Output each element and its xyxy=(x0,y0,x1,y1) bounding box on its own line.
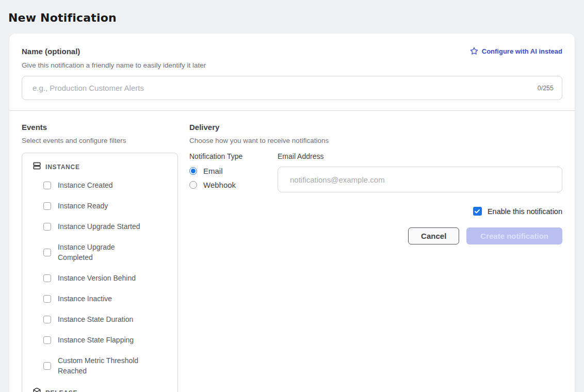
event-group-label: RELEASE xyxy=(45,389,77,392)
event-item-custom-metric-threshold[interactable]: Custom Metric Threshold Reached xyxy=(43,355,168,376)
event-label: Instance Ready xyxy=(58,201,108,211)
event-item-instance-upgrade-completed[interactable]: Instance Upgrade Completed xyxy=(43,242,168,263)
page-header: New Notification xyxy=(0,0,584,34)
checkbox-icon xyxy=(43,274,51,282)
event-item-instance-created[interactable]: Instance Created xyxy=(43,180,168,190)
page-title: New Notification xyxy=(8,11,576,24)
star-icon xyxy=(470,47,478,55)
name-section-subtitle: Give this notification a friendly name t… xyxy=(22,61,562,69)
delivery-heading: Delivery xyxy=(189,121,562,132)
email-field-group: Email Address xyxy=(278,152,562,194)
event-item-instance-state-duration[interactable]: Instance State Duration xyxy=(43,314,168,324)
event-label: Instance Inactive xyxy=(58,293,112,304)
create-notification-button[interactable]: Create notification xyxy=(466,227,562,244)
event-item-instance-version-behind[interactable]: Instance Version Behind xyxy=(43,273,168,283)
checkbox-icon xyxy=(43,316,51,323)
checkbox-icon xyxy=(43,336,51,344)
event-label: Instance State Duration xyxy=(58,314,133,324)
event-item-instance-inactive[interactable]: Instance Inactive xyxy=(43,293,168,304)
name-input-wrapper: 0/255 xyxy=(22,76,562,100)
name-input[interactable] xyxy=(33,84,532,92)
event-label: Instance Upgrade Completed xyxy=(58,242,147,263)
event-item-instance-upgrade-started[interactable]: Instance Upgrade Started xyxy=(43,221,168,232)
cancel-button[interactable]: Cancel xyxy=(408,227,459,244)
checkbox-icon xyxy=(43,362,51,370)
event-label: Custom Metric Threshold Reached xyxy=(58,355,147,376)
package-icon xyxy=(33,387,41,392)
checkbox-icon xyxy=(43,295,51,303)
checkbox-icon xyxy=(43,202,51,210)
event-group-instance: INSTANCE xyxy=(33,161,168,172)
enable-notification-label: Enable this notification xyxy=(488,207,562,216)
event-group-release: RELEASE xyxy=(33,387,168,392)
event-label: Instance State Flapping xyxy=(58,335,134,345)
radio-option-webhook[interactable]: Webhook xyxy=(189,181,278,189)
event-label: Instance Version Behind xyxy=(58,273,136,283)
configure-with-ai-button[interactable]: Configure with AI instead xyxy=(470,47,562,55)
email-input-wrapper xyxy=(278,167,562,192)
new-notification-card: Name (optional) Configure with AI instea… xyxy=(9,34,575,392)
checkbox-checked-icon xyxy=(473,207,482,216)
enable-notification-checkbox[interactable]: Enable this notification xyxy=(189,207,562,216)
configure-with-ai-label: Configure with AI instead xyxy=(482,47,562,55)
radio-selected-icon xyxy=(189,167,197,175)
notification-type-label: Notification Type xyxy=(189,152,278,160)
form-actions: Cancel Create notification xyxy=(189,227,562,244)
radio-label: Email xyxy=(203,167,223,175)
char-counter: 0/255 xyxy=(538,85,554,92)
name-section-heading: Name (optional) xyxy=(22,47,80,56)
email-input[interactable] xyxy=(290,175,554,184)
notification-type-group: Notification Type Email Webhook xyxy=(189,152,278,194)
event-item-instance-state-flapping[interactable]: Instance State Flapping xyxy=(43,335,168,345)
radio-label: Webhook xyxy=(203,181,236,189)
event-label: Instance Upgrade Started xyxy=(58,221,140,232)
event-label: Instance Created xyxy=(58,180,113,190)
checkbox-icon xyxy=(43,223,51,231)
radio-option-email[interactable]: Email xyxy=(189,167,278,175)
delivery-column: Delivery Choose how you want to receive … xyxy=(189,121,562,392)
checkbox-icon xyxy=(43,249,51,256)
server-icon xyxy=(33,161,41,172)
delivery-subtitle: Choose how you want to receive notificat… xyxy=(189,137,562,144)
name-section: Name (optional) Configure with AI instea… xyxy=(9,34,575,110)
events-heading: Events xyxy=(22,121,178,132)
event-group-label: INSTANCE xyxy=(45,164,80,171)
events-subtitle: Select events and configure filters xyxy=(22,137,178,144)
checkbox-icon xyxy=(43,182,51,189)
events-list-box: INSTANCE Instance Created Instance Ready… xyxy=(22,153,178,392)
events-column: Events Select events and configure filte… xyxy=(22,121,178,392)
radio-unselected-icon xyxy=(189,181,197,189)
email-address-label: Email Address xyxy=(278,152,562,160)
event-item-instance-ready[interactable]: Instance Ready xyxy=(43,201,168,211)
